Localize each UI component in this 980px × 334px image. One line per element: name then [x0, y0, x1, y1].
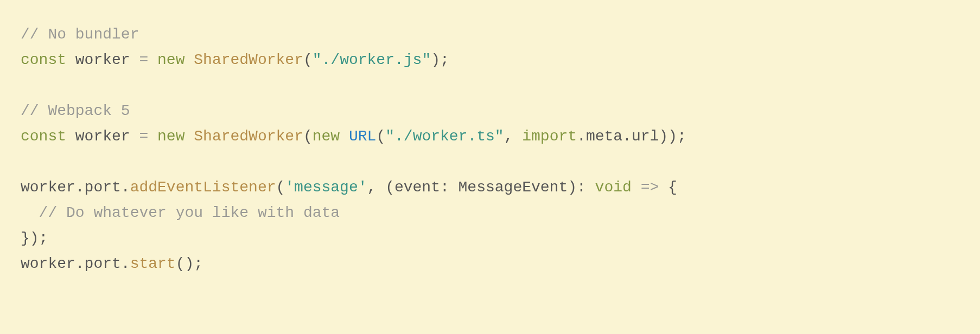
code-keyword: const	[21, 52, 66, 68]
code-keyword: import	[522, 128, 577, 145]
code-comment: // Do whatever you like with data	[39, 204, 340, 221]
code-plain: worker.port.	[21, 255, 130, 272]
code-operator: =	[139, 52, 148, 68]
code-operator: =>	[641, 179, 659, 196]
code-ident: worker	[66, 52, 139, 68]
code-indent	[21, 204, 39, 221]
code-ident: worker	[66, 128, 139, 145]
code-class: SharedWorker	[194, 128, 303, 145]
code-space	[632, 179, 641, 196]
code-keyword: new	[313, 128, 340, 145]
code-block: // No bundler const worker = new SharedW…	[0, 0, 980, 298]
code-space	[184, 128, 194, 145]
code-plain: , (event: MessageEvent):	[367, 179, 595, 196]
code-string: "./worker.js"	[313, 52, 431, 68]
code-operator: =	[139, 128, 148, 145]
code-punct: {	[659, 179, 677, 196]
code-comment: // No bundler	[21, 26, 139, 43]
code-space	[148, 52, 157, 68]
code-method: start	[130, 255, 176, 272]
code-space	[148, 128, 157, 145]
code-method: addEventListener	[130, 179, 276, 196]
code-punct: ,	[504, 128, 523, 145]
code-keyword: new	[157, 128, 184, 145]
code-class: URL	[349, 128, 376, 145]
code-punct: (	[303, 128, 313, 145]
code-keyword: const	[21, 128, 66, 145]
code-plain: worker.port.	[21, 179, 130, 196]
code-punct: (	[276, 179, 285, 196]
code-space	[340, 128, 349, 145]
code-punct: );	[431, 52, 449, 68]
code-comment: // Webpack 5	[21, 102, 130, 119]
code-keyword: new	[157, 52, 184, 68]
code-punct: ();	[176, 255, 203, 272]
code-punct: (	[303, 52, 313, 68]
code-space	[184, 52, 194, 68]
code-class: SharedWorker	[194, 52, 303, 68]
code-punct: });	[21, 230, 48, 247]
code-string: "./worker.ts"	[385, 128, 504, 145]
code-plain: .meta.url));	[577, 128, 686, 145]
code-type: void	[595, 179, 632, 196]
code-punct: (	[376, 128, 385, 145]
code-string: 'message'	[285, 179, 367, 196]
